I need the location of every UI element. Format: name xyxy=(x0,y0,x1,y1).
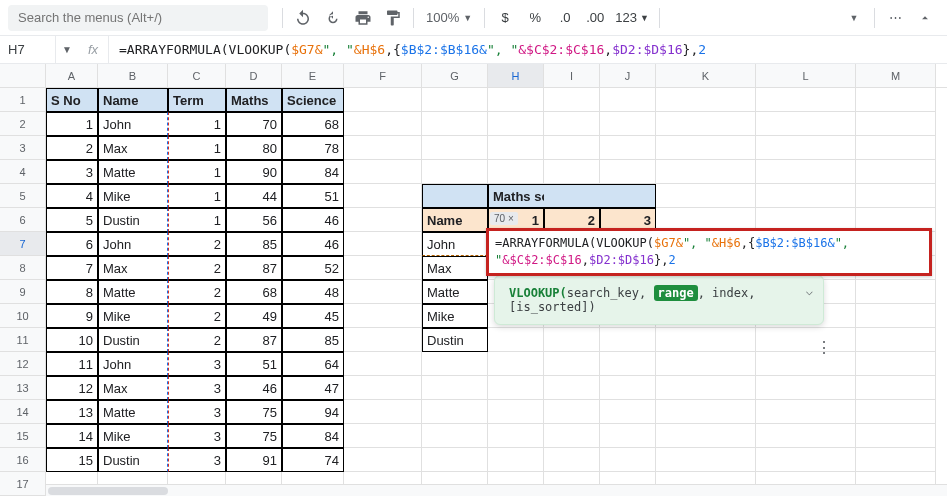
table-cell[interactable]: 68 xyxy=(282,112,344,136)
name-box[interactable]: H7 xyxy=(0,36,56,63)
table-header-cell[interactable]: Name xyxy=(98,88,168,112)
more-formats-dropdown[interactable]: 123▼ xyxy=(611,10,653,25)
format-percent[interactable]: % xyxy=(521,4,549,32)
row-header[interactable]: 10 xyxy=(0,304,46,328)
select-all-corner[interactable] xyxy=(0,64,46,87)
formula-input[interactable]: =ARRAYFORMULA(VLOOKUP($G7&", "&H$6,{$B$2… xyxy=(109,42,716,57)
table-cell[interactable]: 75 xyxy=(226,400,282,424)
side-name-cell[interactable]: Mike xyxy=(422,304,488,328)
table-cell[interactable]: 78 xyxy=(282,136,344,160)
spreadsheet-grid[interactable]: A B C D E F G H I J K L M 1 S No Name Te… xyxy=(0,64,947,496)
table-cell[interactable]: 44 xyxy=(226,184,282,208)
row-header[interactable]: 14 xyxy=(0,400,46,424)
col-header[interactable]: E xyxy=(282,64,344,87)
table-cell[interactable]: 1 xyxy=(168,160,226,184)
table-cell[interactable]: Dustin xyxy=(98,208,168,232)
table-cell[interactable]: 1 xyxy=(168,208,226,232)
table-cell[interactable]: 80 xyxy=(226,136,282,160)
row-header[interactable]: 5 xyxy=(0,184,46,208)
table-cell[interactable]: 3 xyxy=(46,160,98,184)
table-cell[interactable]: 49 xyxy=(226,304,282,328)
table-cell[interactable]: 48 xyxy=(282,280,344,304)
table-cell[interactable]: 2 xyxy=(168,280,226,304)
table-cell[interactable]: 1 xyxy=(168,136,226,160)
table-cell[interactable]: Dustin xyxy=(98,328,168,352)
col-header[interactable]: C xyxy=(168,64,226,87)
table-cell[interactable]: 87 xyxy=(226,256,282,280)
side-name-header[interactable]: Name xyxy=(422,208,488,232)
row-header[interactable]: 8 xyxy=(0,256,46,280)
table-cell[interactable]: 13 xyxy=(46,400,98,424)
row-header[interactable]: 17 xyxy=(0,472,46,496)
table-cell[interactable]: Max xyxy=(98,136,168,160)
table-cell[interactable]: 15 xyxy=(46,448,98,472)
table-cell[interactable]: 1 xyxy=(168,184,226,208)
decrease-decimal[interactable]: .0 xyxy=(551,4,579,32)
table-cell[interactable]: 14 xyxy=(46,424,98,448)
table-cell[interactable]: 52 xyxy=(282,256,344,280)
table-cell[interactable]: 7 xyxy=(46,256,98,280)
col-header[interactable]: G xyxy=(422,64,488,87)
table-cell[interactable]: 46 xyxy=(226,376,282,400)
menu-search-input[interactable] xyxy=(8,5,268,31)
formula-overlay[interactable]: =ARRAYFORMULA(VLOOKUP($G7&", "&H$6,{$B$2… xyxy=(486,228,932,276)
name-box-dropdown-icon[interactable]: ▼ xyxy=(56,44,78,55)
table-cell[interactable]: 68 xyxy=(226,280,282,304)
table-cell[interactable]: 84 xyxy=(282,160,344,184)
row-header[interactable]: 13 xyxy=(0,376,46,400)
table-cell[interactable]: Max xyxy=(98,256,168,280)
table-cell[interactable]: Mike xyxy=(98,184,168,208)
col-header[interactable]: D xyxy=(226,64,282,87)
table-cell[interactable]: 56 xyxy=(226,208,282,232)
undo-icon[interactable] xyxy=(289,4,317,32)
table-cell[interactable]: 12 xyxy=(46,376,98,400)
table-cell[interactable]: 6 xyxy=(46,232,98,256)
table-header-cell[interactable]: Term xyxy=(168,88,226,112)
table-cell[interactable]: 3 xyxy=(168,352,226,376)
col-header[interactable]: I xyxy=(544,64,600,87)
table-cell[interactable]: Mike xyxy=(98,304,168,328)
table-cell[interactable]: John xyxy=(98,232,168,256)
row-header[interactable]: 11 xyxy=(0,328,46,352)
table-cell[interactable]: 9 xyxy=(46,304,98,328)
col-header[interactable]: B xyxy=(98,64,168,87)
table-cell[interactable]: Matte xyxy=(98,160,168,184)
tooltip-collapse-icon[interactable]: ⌵ xyxy=(806,284,813,298)
table-header-cell[interactable]: Science xyxy=(282,88,344,112)
font-dropdown-icon[interactable]: ▼ xyxy=(840,4,868,32)
side-name-cell[interactable]: Max xyxy=(422,256,488,280)
table-cell[interactable]: Matte xyxy=(98,280,168,304)
row-header[interactable]: 16 xyxy=(0,448,46,472)
table-cell[interactable]: 1 xyxy=(46,112,98,136)
expand-up-icon[interactable] xyxy=(911,4,939,32)
table-cell[interactable]: 70 xyxy=(226,112,282,136)
side-name-cell[interactable]: Dustin xyxy=(422,328,488,352)
table-header-cell[interactable]: Maths xyxy=(226,88,282,112)
col-header[interactable]: L xyxy=(756,64,856,87)
row-header[interactable]: 3 xyxy=(0,136,46,160)
row-header[interactable]: 6 xyxy=(0,208,46,232)
table-cell[interactable]: 75 xyxy=(226,424,282,448)
table-cell[interactable]: 51 xyxy=(282,184,344,208)
table-cell[interactable]: 47 xyxy=(282,376,344,400)
table-cell[interactable]: 94 xyxy=(282,400,344,424)
table-cell[interactable]: John xyxy=(98,352,168,376)
col-header[interactable]: F xyxy=(344,64,422,87)
zoom-dropdown[interactable]: 100%▼ xyxy=(420,10,478,25)
table-cell[interactable]: 2 xyxy=(168,304,226,328)
print-icon[interactable] xyxy=(349,4,377,32)
table-cell[interactable]: John xyxy=(98,112,168,136)
table-cell[interactable]: 85 xyxy=(226,232,282,256)
side-title[interactable]: Maths scores xyxy=(488,184,544,208)
table-cell[interactable]: 10 xyxy=(46,328,98,352)
row-header[interactable]: 7 xyxy=(0,232,46,256)
format-currency[interactable]: $ xyxy=(491,4,519,32)
table-cell[interactable]: 3 xyxy=(168,376,226,400)
row-header[interactable]: 1 xyxy=(0,88,46,112)
table-cell[interactable]: 91 xyxy=(226,448,282,472)
row-header[interactable]: 2 xyxy=(0,112,46,136)
col-header[interactable]: H xyxy=(488,64,544,87)
paint-format-icon[interactable] xyxy=(379,4,407,32)
table-cell[interactable]: 74 xyxy=(282,448,344,472)
table-cell[interactable]: 2 xyxy=(168,256,226,280)
